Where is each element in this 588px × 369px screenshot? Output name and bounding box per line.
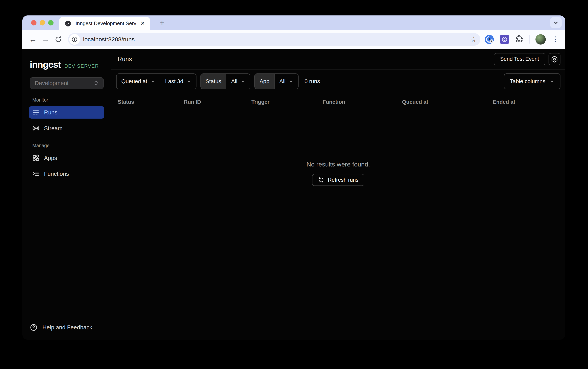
status-filter-group: Status All — [200, 73, 251, 89]
site-info-button[interactable] — [69, 34, 80, 45]
help-label: Help and Feedback — [42, 324, 92, 331]
column-header-status: Status — [118, 99, 184, 105]
url-text[interactable]: localhost:8288/runs — [83, 36, 467, 43]
tab-title: Inngest Development Server — [75, 20, 136, 27]
column-header-ended-at: Ended at — [493, 99, 565, 105]
environment-value: Development — [35, 80, 69, 87]
sidebar: inngest DEV SERVER Development Monitor R… — [22, 49, 111, 340]
help-and-feedback[interactable]: Help and Feedback — [22, 323, 111, 331]
page-title: Runs — [117, 56, 132, 63]
sidebar-item-functions[interactable]: Functions — [29, 168, 104, 180]
chevron-down-icon — [553, 20, 559, 26]
close-window-button[interactable] — [31, 20, 36, 25]
logo: inngest DEV SERVER — [22, 59, 111, 70]
time-range-value: Last 3d — [165, 78, 183, 85]
apps-icon — [32, 154, 40, 162]
table-columns-button[interactable]: Table columns — [504, 73, 560, 89]
bookmark-star-icon[interactable]: ☆ — [470, 36, 477, 43]
toolbar-divider — [529, 35, 530, 44]
address-bar[interactable]: localhost:8288/runs ☆ — [68, 33, 480, 46]
sidebar-item-apps[interactable]: Apps — [29, 152, 104, 164]
sidebar-item-stream[interactable]: Stream — [29, 122, 104, 134]
status-filter-label: Status — [201, 74, 226, 89]
settings-button[interactable] — [548, 53, 560, 65]
section-label-monitor: Monitor — [32, 97, 111, 103]
column-header-queued-at: Queued at — [402, 99, 493, 105]
toolbar-extensions: ⋮ — [484, 34, 560, 45]
reload-icon — [54, 36, 62, 43]
new-tab-button[interactable]: + — [157, 17, 168, 28]
sidebar-item-runs[interactable]: Runs — [29, 106, 104, 119]
forward-button[interactable]: → — [40, 34, 51, 45]
chevron-down-icon — [187, 79, 191, 84]
active-tab[interactable]: Inngest Development Server ✕ — [59, 17, 150, 30]
empty-state-message: No results were found. — [306, 161, 370, 168]
column-header-trigger: Trigger — [251, 99, 323, 105]
column-header-run-id: Run ID — [184, 99, 251, 105]
page-header: Runs Send Test Event — [111, 49, 565, 70]
hexagon-gear-icon — [551, 55, 558, 63]
help-icon — [30, 323, 38, 331]
environment-select[interactable]: Development — [30, 77, 104, 89]
send-test-event-button[interactable]: Send Test Event — [494, 53, 545, 65]
inngest-wordmark: inngest — [30, 59, 61, 70]
chevron-down-icon — [150, 79, 155, 84]
status-filter-dropdown[interactable]: All — [226, 74, 250, 89]
refresh-runs-button[interactable]: Refresh runs — [312, 174, 365, 186]
reload-button[interactable] — [52, 34, 64, 45]
chevron-down-icon — [550, 79, 555, 84]
runs-count: 0 runs — [304, 78, 320, 85]
sidebar-item-label: Functions — [44, 171, 69, 177]
filter-bar: Queued at Last 3d Status All — [111, 70, 565, 93]
updown-chevron-icon — [94, 80, 99, 86]
dev-server-badge: DEV SERVER — [64, 63, 99, 69]
status-filter-value: All — [231, 78, 237, 85]
window-controls — [31, 20, 53, 25]
section-label-manage: Manage — [32, 143, 111, 148]
app-filter-value: All — [279, 78, 285, 85]
tab-search-button[interactable] — [550, 17, 562, 28]
inngest-favicon — [64, 20, 72, 27]
globe-extension-icon[interactable] — [500, 35, 509, 44]
info-icon — [71, 36, 78, 43]
empty-state: No results were found. Refresh runs — [111, 111, 565, 186]
main-panel: Runs Send Test Event Queued at — [111, 49, 565, 340]
browser-toolbar: ← → localhost:8288/runs ☆ — [22, 30, 565, 49]
runs-table-header: Status Run ID Trigger Function Queued at… — [111, 93, 565, 111]
back-button[interactable]: ← — [27, 34, 39, 45]
runs-icon — [32, 109, 40, 116]
time-range-dropdown[interactable]: Last 3d — [160, 74, 196, 89]
tab-strip: Inngest Development Server ✕ + — [22, 15, 565, 30]
refresh-icon — [318, 177, 324, 183]
browser-window: Inngest Development Server ✕ + ← → — [22, 15, 565, 340]
app-filter-label: App — [255, 74, 274, 89]
password-manager-extension-icon[interactable] — [484, 34, 494, 44]
app-filter-dropdown[interactable]: All — [274, 74, 298, 89]
stream-icon — [32, 125, 40, 132]
table-columns-label: Table columns — [510, 78, 545, 85]
time-field-dropdown[interactable]: Queued at — [116, 74, 160, 89]
zoom-window-button[interactable] — [48, 20, 53, 25]
browser-menu-button[interactable]: ⋮ — [551, 36, 559, 42]
column-header-function: Function — [323, 99, 402, 105]
chevron-down-icon — [241, 79, 245, 84]
extensions-puzzle-icon[interactable] — [515, 35, 524, 44]
profile-avatar[interactable] — [536, 34, 546, 45]
sidebar-item-label: Apps — [44, 155, 57, 161]
functions-icon — [32, 170, 40, 178]
sidebar-item-label: Runs — [44, 109, 57, 116]
app-filter-group: App All — [254, 73, 299, 89]
time-filter-group: Queued at Last 3d — [116, 73, 197, 89]
inngest-app: inngest DEV SERVER Development Monitor R… — [22, 49, 565, 340]
close-tab-icon[interactable]: ✕ — [140, 21, 145, 26]
chevron-down-icon — [289, 79, 294, 84]
refresh-runs-label: Refresh runs — [328, 177, 359, 183]
minimize-window-button[interactable] — [40, 20, 45, 25]
time-field-value: Queued at — [121, 78, 147, 85]
sidebar-item-label: Stream — [44, 125, 63, 132]
